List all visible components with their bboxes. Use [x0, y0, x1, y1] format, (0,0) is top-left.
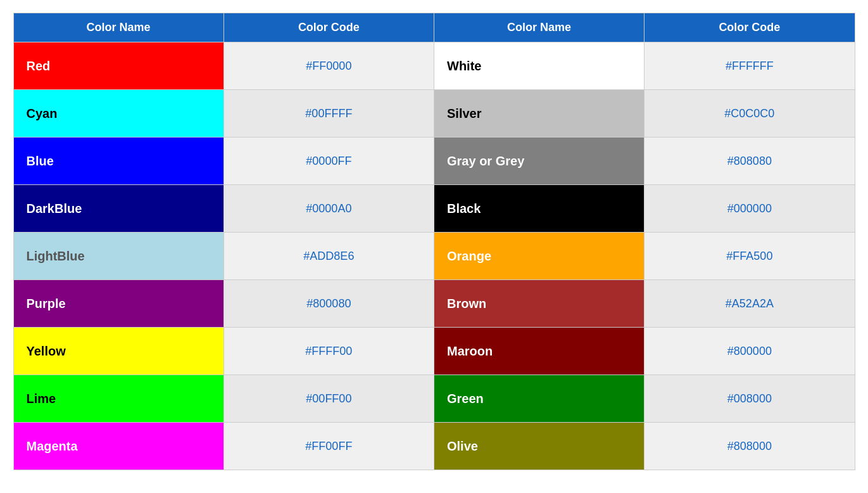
right-code-cell: #FFA500 — [645, 233, 855, 280]
left-code-cell: #FF00FF — [223, 423, 434, 470]
left-color-cell: Cyan — [13, 90, 223, 138]
right-code-cell: #FFFFFF — [645, 42, 855, 90]
right-code-cell: #800000 — [645, 328, 855, 375]
left-code-cell: #0000FF — [223, 138, 434, 185]
left-color-cell: Magenta — [13, 423, 223, 470]
color-table-wrapper: Color Name Color Code Color Name Color C… — [13, 13, 855, 470]
header-right-code: Color Code — [645, 13, 855, 42]
table-row: Purple#800080Brown#A52A2A — [13, 280, 855, 328]
right-color-cell: Maroon — [434, 328, 645, 375]
table-row: Red#FF0000White#FFFFFF — [13, 42, 855, 90]
right-color-cell: Green — [434, 375, 645, 423]
left-code-cell: #ADD8E6 — [223, 233, 434, 280]
right-color-cell: Gray or Grey — [434, 138, 645, 185]
table-row: Blue#0000FFGray or Grey#808080 — [13, 138, 855, 185]
header-right-name: Color Name — [434, 13, 645, 42]
left-code-cell: #00FFFF — [223, 90, 434, 138]
right-color-cell: White — [434, 42, 645, 90]
right-code-cell: #008000 — [645, 375, 855, 423]
right-color-cell: Orange — [434, 233, 645, 280]
left-code-cell: #FF0000 — [223, 42, 434, 90]
left-color-cell: LightBlue — [13, 233, 223, 280]
left-code-cell: #00FF00 — [223, 375, 434, 423]
left-color-cell: Yellow — [13, 328, 223, 375]
right-color-cell: Black — [434, 185, 645, 233]
table-row: DarkBlue#0000A0Black#000000 — [13, 185, 855, 233]
table-row: LightBlue#ADD8E6Orange#FFA500 — [13, 233, 855, 280]
table-header-row: Color Name Color Code Color Name Color C… — [13, 13, 855, 42]
header-left-name: Color Name — [13, 13, 223, 42]
left-color-cell: Lime — [13, 375, 223, 423]
left-color-cell: Red — [13, 42, 223, 90]
header-left-code: Color Code — [223, 13, 434, 42]
left-color-cell: DarkBlue — [13, 185, 223, 233]
left-code-cell: #800080 — [223, 280, 434, 328]
table-row: Cyan#00FFFFSilver#C0C0C0 — [13, 90, 855, 138]
right-code-cell: #C0C0C0 — [645, 90, 855, 138]
right-color-cell: Brown — [434, 280, 645, 328]
right-code-cell: #A52A2A — [645, 280, 855, 328]
right-code-cell: #808080 — [645, 138, 855, 185]
table-row: Lime#00FF00Green#008000 — [13, 375, 855, 423]
table-row: Magenta#FF00FFOlive#808000 — [13, 423, 855, 470]
left-code-cell: #0000A0 — [223, 185, 434, 233]
right-color-cell: Silver — [434, 90, 645, 138]
table-row: Yellow#FFFF00Maroon#800000 — [13, 328, 855, 375]
right-code-cell: #000000 — [645, 185, 855, 233]
left-color-cell: Purple — [13, 280, 223, 328]
left-color-cell: Blue — [13, 138, 223, 185]
right-code-cell: #808000 — [645, 423, 855, 470]
right-color-cell: Olive — [434, 423, 645, 470]
color-table: Color Name Color Code Color Name Color C… — [13, 13, 855, 470]
left-code-cell: #FFFF00 — [223, 328, 434, 375]
